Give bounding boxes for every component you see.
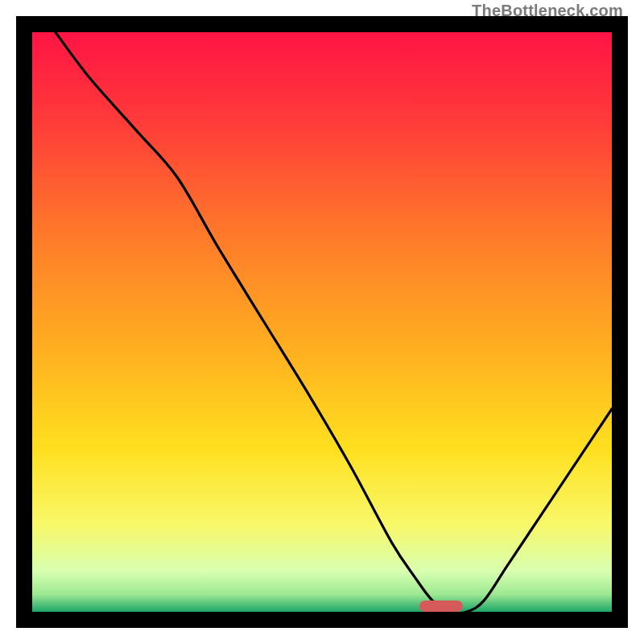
svg-rect-0 bbox=[32, 32, 612, 612]
plot-area bbox=[32, 32, 612, 612]
chart-frame bbox=[16, 16, 628, 628]
minimum-marker bbox=[419, 601, 463, 612]
background-gradient bbox=[32, 32, 612, 612]
